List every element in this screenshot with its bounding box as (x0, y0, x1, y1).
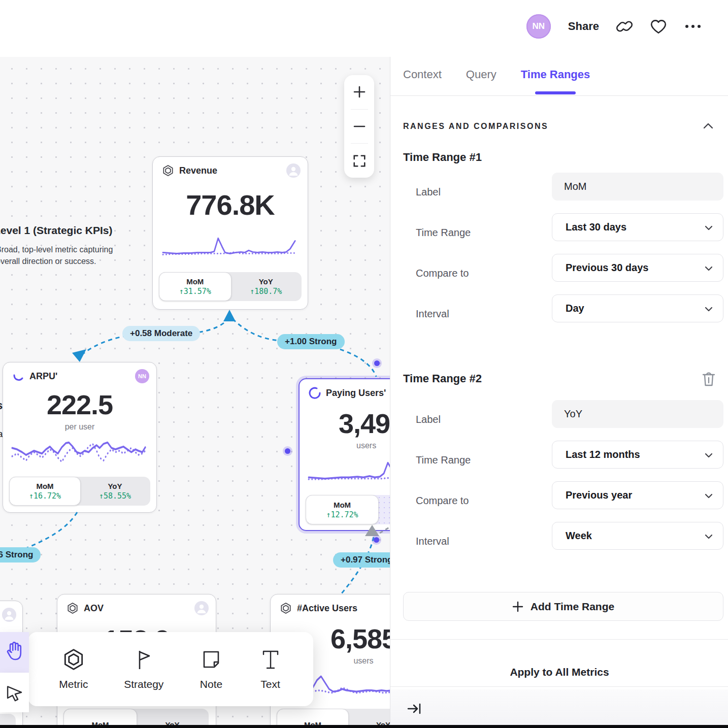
tool-text[interactable]: Text (259, 648, 282, 690)
chevron-down-icon (705, 221, 713, 233)
correlation-badge[interactable]: +0.58 Moderate (122, 326, 200, 341)
tool-label: Strategy (124, 678, 163, 690)
connector-handle-dot[interactable] (374, 537, 379, 543)
tool-pan-hand[interactable] (0, 632, 29, 673)
tool-note[interactable]: Note (200, 648, 223, 690)
chevron-down-icon (705, 449, 713, 460)
label-field-label: Label (416, 186, 441, 198)
label-input[interactable] (552, 400, 723, 428)
comparison-pillbar: MoM ↑31.57% YoY ↑180.7% (159, 272, 302, 301)
pill-label: MoM (36, 482, 53, 490)
metric-unit: users (301, 656, 390, 666)
divider (390, 95, 728, 96)
metric-value: 222.5 (3, 389, 156, 420)
pill-label: MoM (186, 277, 204, 286)
share-button[interactable]: Share (568, 20, 599, 33)
screen-bottom-edge (0, 725, 728, 728)
add-time-range-label: Add Time Range (531, 601, 614, 613)
user-avatar[interactable]: NN (526, 14, 551, 39)
label-input[interactable] (552, 173, 723, 201)
tool-label: Text (260, 678, 280, 690)
metric-unit: users (356, 441, 376, 450)
tab-query[interactable]: Query (466, 68, 497, 94)
pill-label: YoY (259, 277, 273, 286)
collapse-chevron-up-icon[interactable] (703, 122, 713, 131)
metric-hexagon-icon (67, 602, 79, 614)
metric-card-arpu[interactable]: ARPU' NN 222.5 per user MoM ↑16.72% YoY … (3, 362, 157, 513)
metric-card-revenue[interactable]: Revenue 776.8K MoM ↑31.57% YoY ↑180.7% (152, 156, 308, 310)
select-value: Day (566, 303, 584, 314)
select-value: Week (566, 530, 592, 542)
metric-hexagon-icon (62, 648, 85, 673)
metric-tree-canvas[interactable]: Level 1 (Strategic KPIs) Broad, top-leve… (0, 57, 390, 728)
inspector-panel: Context Query Time Ranges RANGES AND COM… (390, 0, 728, 728)
plus-icon (512, 601, 523, 612)
mom-pill[interactable]: MoM ↑16.72% (9, 477, 81, 506)
interval-select[interactable]: Week (552, 522, 723, 550)
connector-handle-dot[interactable] (374, 360, 380, 366)
card-title: #Active Users (297, 603, 357, 614)
add-time-range-button[interactable]: Add Time Range (403, 592, 723, 621)
select-value: Last 12 months (566, 449, 640, 460)
mom-pill[interactable]: MoM ↑31.57% (159, 272, 231, 301)
more-options-icon[interactable] (684, 23, 702, 29)
tab-context[interactable]: Context (403, 68, 442, 94)
pill-change: ↑12.72% (326, 510, 358, 519)
level-note-line1: Broad, top-level metric capturing (0, 245, 113, 254)
time-range-field-label: Time Range (416, 227, 471, 239)
chevron-down-icon (705, 262, 713, 274)
compare-to-select[interactable]: Previous 30 days (552, 254, 723, 282)
collapse-panel-icon[interactable] (407, 702, 422, 718)
time-range-select[interactable]: Last 30 days (552, 213, 723, 241)
sparkline-chart (10, 438, 149, 468)
arrowhead-up (223, 310, 236, 321)
owner-avatar-icon (286, 163, 301, 178)
correlation-badge[interactable]: +1.00 Strong (277, 334, 345, 349)
delete-time-range-trash-icon[interactable] (701, 371, 716, 387)
interval-select[interactable]: Day (552, 294, 723, 322)
card-title: ARPU' (29, 371, 57, 382)
time-range-select[interactable]: Last 12 months (552, 441, 723, 469)
tool-select-cursor[interactable] (0, 673, 29, 712)
favorite-heart-icon[interactable] (650, 18, 667, 35)
pill-change: ↑16.72% (29, 491, 61, 501)
apply-all-metrics-button[interactable]: Apply to All Metrics (390, 666, 728, 678)
arrowhead-down (72, 349, 86, 362)
time-range-2-title: Time Range #2 (403, 372, 482, 385)
owner-avatar-nn: NN (135, 369, 149, 383)
correlation-badge[interactable]: 66 Strong (0, 547, 41, 562)
hand-icon (5, 641, 24, 664)
zoom-control (344, 75, 374, 178)
metric-card-paying-users[interactable]: Paying Users' 3,49 users MoM ↑12.72% (299, 378, 390, 531)
panel-tabs: Context Query Time Ranges (403, 68, 590, 94)
pill-change: ↑180.7% (250, 287, 282, 296)
comparison-pillbar: MoM ↑16.72% YoY ↑58.55% (9, 477, 150, 506)
fit-to-screen-button[interactable] (344, 144, 374, 178)
zoom-out-button[interactable] (344, 110, 374, 144)
divider (390, 686, 728, 687)
active-tab-underline (535, 91, 576, 94)
note-icon (200, 648, 223, 673)
label-field-label: Label (416, 414, 441, 425)
interval-field-label: Interval (416, 536, 449, 547)
canvas-toolbar: Metric Strategy Note Text (28, 632, 313, 706)
connector-handle-dot[interactable] (285, 448, 290, 454)
yoy-pill[interactable]: YoY ↑58.55% (80, 477, 150, 506)
tool-strategy[interactable]: Strategy (124, 648, 163, 690)
compare-to-select[interactable]: Previous year (552, 481, 723, 509)
correlation-badge[interactable]: +0.97 Strong (333, 552, 390, 568)
cursor-arrow-icon (5, 681, 25, 704)
metric-unit: per user (3, 422, 156, 432)
metric-value: 6,585 (301, 623, 390, 654)
zoom-in-button[interactable] (344, 75, 374, 109)
level-note-title: Level 1 (Strategic KPIs) (0, 224, 112, 237)
owner-avatar-icon (2, 608, 16, 622)
tool-metric[interactable]: Metric (59, 648, 88, 690)
select-value: Previous year (566, 489, 632, 501)
copy-link-icon[interactable] (616, 18, 633, 35)
pill-change: ↑31.57% (179, 287, 211, 296)
tab-time-ranges[interactable]: Time Ranges (521, 68, 590, 94)
yoy-pill[interactable]: YoY ↑180.7% (230, 272, 302, 301)
tool-label: Note (200, 678, 222, 690)
mom-pill[interactable]: MoM ↑12.72% (306, 495, 379, 524)
